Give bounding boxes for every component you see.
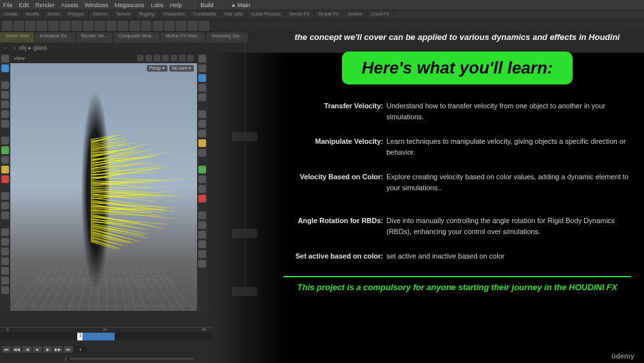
- view-menu-label[interactable]: View: [14, 55, 24, 61]
- shelf-tab-model[interactable]: Model: [44, 10, 64, 19]
- wireframe-mode-icon[interactable]: [198, 139, 206, 147]
- shelf-tab-polygon[interactable]: Polygon: [64, 10, 89, 19]
- shelf-tab-simplefx[interactable]: Simple FX: [314, 10, 343, 19]
- magnet-tool-icon[interactable]: [1, 175, 9, 183]
- play-back-button[interactable]: ◀: [23, 346, 32, 353]
- tool-font[interactable]: [153, 21, 163, 31]
- shelf-tab-characters[interactable]: Characters: [159, 10, 189, 19]
- ortho-grid-icon[interactable]: [1, 238, 9, 246]
- nav-back-icon[interactable]: ←: [3, 44, 9, 51]
- step-fwd-button[interactable]: ▶▶: [53, 346, 62, 353]
- tool-sphere[interactable]: [14, 21, 24, 31]
- menu-render[interactable]: Render: [35, 2, 55, 8]
- node-2[interactable]: [232, 229, 258, 238]
- move-tool-icon[interactable]: [1, 101, 9, 108]
- display-shaded-icon[interactable]: [198, 84, 206, 92]
- tool-tube[interactable]: [25, 21, 35, 31]
- tool-curvebezier[interactable]: [106, 21, 117, 31]
- viewport-render-icon[interactable]: [162, 55, 169, 61]
- misc-disp-4-icon[interactable]: [198, 240, 206, 248]
- menu-file[interactable]: File: [3, 2, 13, 8]
- misc-disp-1-icon[interactable]: [198, 211, 206, 219]
- tab-scene-view[interactable]: Scene View: [0, 32, 35, 43]
- tab-composite-view[interactable]: Composite View...: [113, 32, 160, 43]
- play-button[interactable]: ▶: [43, 346, 52, 353]
- tab-render-view[interactable]: Render Vie...: [76, 32, 113, 43]
- shelf-tab-volume[interactable]: Volume: [343, 10, 366, 19]
- shelf-tab-modify[interactable]: Modify: [22, 10, 44, 19]
- nav-fwd-icon[interactable]: →: [11, 44, 17, 51]
- tool-torus[interactable]: [37, 21, 47, 31]
- arrow-tool-icon[interactable]: [1, 81, 9, 89]
- misctool-2-icon[interactable]: [1, 277, 9, 284]
- tool-drawcurve[interactable]: [118, 21, 128, 31]
- misc-disp-3-icon[interactable]: [198, 231, 206, 239]
- shelf-tab-cloudfx[interactable]: Cloud FX: [367, 10, 394, 19]
- tool-grid[interactable]: [48, 21, 59, 31]
- menu-help[interactable]: Help: [170, 2, 182, 8]
- misc-disp-6-icon[interactable]: [198, 260, 206, 268]
- lighting-icon[interactable]: [198, 110, 206, 118]
- shelf-tab-guideprocess[interactable]: Guide Process: [247, 10, 285, 19]
- viewport-snapshot-icon[interactable]: [171, 55, 177, 61]
- display-opt-1-icon[interactable]: [198, 166, 206, 173]
- misctool-1-icon[interactable]: [1, 267, 9, 275]
- tool-platonic[interactable]: [164, 21, 175, 31]
- tab-animation-editor[interactable]: Animation Ed...: [35, 32, 76, 43]
- camera-dropdown[interactable]: No cam ▾: [169, 65, 194, 72]
- grid-snap-icon[interactable]: [1, 156, 9, 164]
- tab-geometry-spreadsheet[interactable]: Geometry Spr...: [206, 32, 249, 43]
- tool-line[interactable]: [71, 21, 82, 31]
- rotate-tool-icon[interactable]: [1, 110, 9, 118]
- tool-spraypaint[interactable]: [141, 21, 151, 31]
- align-tool-icon[interactable]: [1, 146, 9, 154]
- shelf-tab-create[interactable]: Create: [0, 10, 22, 19]
- tool-lsystem[interactable]: [176, 21, 186, 31]
- menu-labs[interactable]: Labs: [151, 2, 164, 8]
- viewport-flipbook-icon[interactable]: [179, 55, 185, 61]
- timeline-track[interactable]: 1: [0, 333, 213, 340]
- misc-disp-5-icon[interactable]: [198, 250, 206, 258]
- viewport-3d[interactable]: Persp ▾ No cam ▾: [10, 63, 197, 311]
- menu-megascans[interactable]: Megascans: [115, 2, 144, 8]
- scale-tool-icon[interactable]: [1, 120, 9, 128]
- handle-tool-icon[interactable]: [1, 91, 9, 99]
- tool-metaball[interactable]: [187, 21, 198, 31]
- floor-icon[interactable]: [1, 257, 9, 265]
- select-tool-icon[interactable]: [1, 55, 9, 63]
- misc-disp-2-icon[interactable]: [198, 221, 206, 229]
- display-shadedwire-icon[interactable]: [198, 93, 206, 101]
- visibility-tool-icon[interactable]: [1, 192, 9, 200]
- snap-tool-icon[interactable]: [1, 137, 9, 144]
- path-obj[interactable]: obj: [19, 44, 26, 51]
- curve-snap-icon[interactable]: [1, 166, 9, 173]
- tool-curve[interactable]: [95, 21, 105, 31]
- viewport-layout-icon[interactable]: [137, 55, 144, 61]
- ref-plane-icon[interactable]: [1, 248, 9, 255]
- node-3[interactable]: [232, 287, 258, 296]
- tool-path[interactable]: [129, 21, 140, 31]
- tool-null[interactable]: [60, 21, 70, 31]
- shelf-tab-constraints[interactable]: Constraints: [189, 10, 220, 19]
- tool-box[interactable]: [2, 21, 12, 31]
- desktop-main[interactable]: ▸ Main: [232, 2, 250, 8]
- ghost-tool-icon[interactable]: [1, 202, 9, 210]
- frame-field[interactable]: 1: [74, 346, 87, 353]
- xray-tool-icon[interactable]: [1, 211, 9, 219]
- display-points-icon[interactable]: [198, 55, 206, 63]
- tool-circle[interactable]: [83, 21, 93, 31]
- viewport-display-icon[interactable]: [154, 55, 160, 61]
- path-node-glass[interactable]: glass: [33, 44, 47, 51]
- shelf-tab-hairutils[interactable]: Hair Utils: [220, 10, 247, 19]
- shelf-tab-texture[interactable]: Texture: [112, 10, 135, 19]
- shelf-tab-terrainfx[interactable]: Terrain FX: [285, 10, 314, 19]
- display-opt-4-icon[interactable]: [198, 195, 206, 202]
- display-normals-icon[interactable]: [198, 64, 206, 72]
- menu-assets[interactable]: Assets: [61, 2, 79, 8]
- misctool-3-icon[interactable]: [1, 286, 9, 294]
- desktop-build[interactable]: Build: [194, 2, 213, 8]
- viewport-camera-icon[interactable]: [146, 55, 152, 61]
- goto-start-button[interactable]: ⏮: [2, 346, 11, 353]
- stop-button[interactable]: ■: [33, 346, 42, 353]
- display-opt-2-icon[interactable]: [198, 175, 206, 183]
